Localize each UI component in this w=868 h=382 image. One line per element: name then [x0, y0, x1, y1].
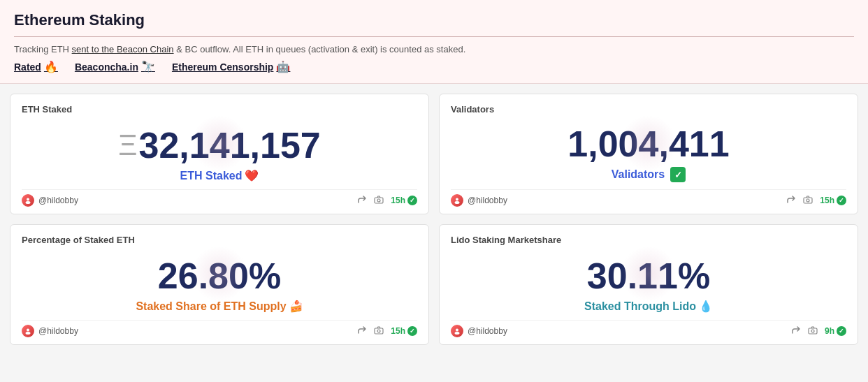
validators-sublabel: Validators ✓ — [451, 167, 846, 182]
svg-point-1 — [26, 201, 31, 204]
beaconchain-icon: 🔭 — [141, 60, 155, 73]
lido-share-camera-icon[interactable] — [808, 325, 818, 337]
lido-share-sublabel: Staked Through Lido 💧 — [451, 300, 846, 313]
beaconchain-link[interactable]: Beaconcha.in 🔭 — [75, 60, 155, 73]
svg-point-8 — [27, 329, 29, 332]
svg-point-12 — [456, 329, 458, 332]
pct-staked-check: ✓ — [407, 326, 417, 336]
svg-rect-14 — [809, 328, 817, 334]
eth-staked-card: ETH Staked Ξ32,141,157 ETH Staked ❤️ @hi… — [10, 94, 429, 214]
lido-share-username: @hildobby — [468, 326, 507, 336]
svg-rect-6 — [804, 198, 812, 203]
eth-staked-value: Ξ32,141,157 — [22, 119, 417, 169]
rated-icon: 🔥 — [44, 60, 58, 73]
validators-label: Validators — [451, 104, 846, 115]
beaconchain-label: Beaconcha.in — [75, 61, 138, 73]
eth-staked-number: 32,141,157 — [139, 126, 321, 166]
beacon-chain-link[interactable]: sent to the Beacon Chain — [72, 44, 174, 54]
svg-point-7 — [806, 199, 809, 202]
lido-share-value: 30.11% — [451, 249, 846, 300]
pct-staked-sub-icon: 🍰 — [289, 300, 303, 313]
validators-actions: 15h ✓ — [786, 195, 846, 207]
svg-point-13 — [455, 332, 460, 335]
pct-staked-share-icon[interactable] — [357, 325, 367, 337]
eth-staked-footer: @hildobby 15h ✓ — [22, 189, 417, 207]
eth-staked-username: @hildobby — [38, 196, 78, 205]
pct-staked-sublabel: Staked Share of ETH Supply 🍰 — [22, 300, 417, 313]
pct-staked-user: @hildobby — [22, 325, 78, 337]
pct-staked-footer: @hildobby 15h ✓ — [22, 320, 417, 337]
censorship-label: Ethereum Censorship — [172, 61, 273, 73]
pct-staked-username: @hildobby — [38, 326, 78, 336]
cards-grid: ETH Staked Ξ32,141,157 ETH Staked ❤️ @hi… — [0, 84, 868, 355]
pct-staked-value: 26.80% — [22, 249, 417, 300]
validators-user: @hildobby — [451, 194, 507, 207]
censorship-link[interactable]: Ethereum Censorship 🤖 — [172, 60, 290, 73]
svg-point-0 — [27, 198, 29, 201]
eth-staked-actions: 15h ✓ — [357, 195, 417, 207]
pct-staked-number: 26.80% — [158, 256, 281, 296]
lido-share-actions: 9h ✓ — [791, 325, 846, 337]
svg-rect-10 — [375, 328, 383, 334]
validators-time: 15h ✓ — [820, 196, 846, 205]
page-title: Ethereum Staking — [14, 11, 854, 29]
header-divider — [14, 36, 854, 37]
validators-value: 1,004,411 — [451, 119, 846, 167]
validators-card: Validators 1,004,411 Validators ✓ @hildo… — [439, 94, 858, 214]
lido-share-share-icon[interactable] — [791, 325, 801, 337]
rated-link[interactable]: Rated 🔥 — [14, 60, 58, 73]
eth-staked-avatar — [22, 194, 34, 207]
lido-share-label: Lido Staking Marketshare — [451, 235, 846, 245]
lido-share-time: 9h ✓ — [825, 326, 846, 336]
svg-rect-2 — [375, 198, 383, 203]
header-section: Ethereum Staking Tracking ETH sent to th… — [0, 0, 868, 84]
lido-share-avatar — [451, 325, 463, 337]
svg-point-3 — [377, 199, 380, 202]
lido-share-sub-icon: 💧 — [699, 300, 713, 313]
censorship-icon: 🤖 — [276, 60, 290, 73]
validators-avatar — [451, 194, 463, 207]
lido-share-card: Lido Staking Marketshare 30.11% Staked T… — [439, 224, 858, 345]
rated-label: Rated — [14, 61, 41, 73]
lido-share-footer: @hildobby 9h ✓ — [451, 320, 846, 337]
eth-staked-check: ✓ — [407, 196, 417, 205]
svg-point-4 — [456, 198, 458, 201]
eth-staked-sublabel: ETH Staked ❤️ — [22, 169, 417, 182]
svg-point-11 — [377, 330, 380, 332]
svg-point-5 — [455, 201, 460, 204]
svg-point-15 — [811, 330, 814, 332]
eth-staked-share-icon[interactable] — [357, 195, 367, 207]
lido-share-check: ✓ — [837, 326, 846, 336]
validators-check-icon: ✓ — [670, 167, 686, 182]
eth-staked-label: ETH Staked — [22, 104, 417, 115]
pct-staked-card: Percentage of Staked ETH 26.80% Staked S… — [10, 224, 429, 345]
lido-share-number: 30.11% — [587, 256, 710, 296]
eth-staked-sub-icon: ❤️ — [245, 169, 259, 182]
external-links-row: Rated 🔥 Beaconcha.in 🔭 Ethereum Censorsh… — [14, 60, 854, 73]
eth-staked-user: @hildobby — [22, 194, 78, 207]
pct-staked-time: 15h ✓ — [391, 326, 417, 336]
validators-number: 1,004,411 — [567, 124, 729, 164]
validators-footer: @hildobby 15h ✓ — [451, 189, 846, 207]
validators-username: @hildobby — [468, 196, 507, 205]
pct-staked-actions: 15h ✓ — [357, 325, 417, 337]
pct-staked-label: Percentage of Staked ETH — [22, 235, 417, 245]
validators-camera-icon[interactable] — [803, 195, 813, 207]
pct-staked-camera-icon[interactable] — [374, 325, 384, 337]
eth-staked-time: 15h ✓ — [391, 196, 417, 205]
validators-share-icon[interactable] — [786, 195, 796, 207]
tracking-info: Tracking ETH sent to the Beacon Chain & … — [14, 44, 854, 54]
eth-symbol: Ξ — [118, 129, 137, 161]
eth-staked-camera-icon[interactable] — [374, 195, 384, 207]
pct-staked-avatar — [22, 325, 34, 337]
lido-share-user: @hildobby — [451, 325, 507, 337]
svg-point-9 — [26, 332, 31, 335]
validators-check: ✓ — [837, 196, 846, 205]
